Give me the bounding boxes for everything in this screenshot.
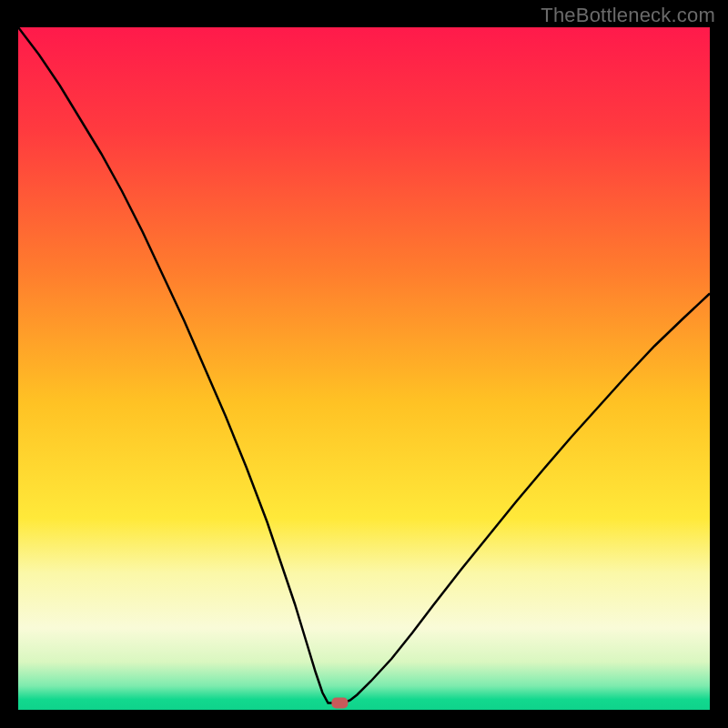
chart-frame: TheBottleneck.com	[0, 0, 728, 728]
chart-svg	[18, 27, 710, 710]
chart-plot	[18, 27, 710, 710]
chart-marker	[331, 698, 348, 709]
chart-background	[18, 27, 710, 710]
watermark-text: TheBottleneck.com	[541, 4, 715, 27]
